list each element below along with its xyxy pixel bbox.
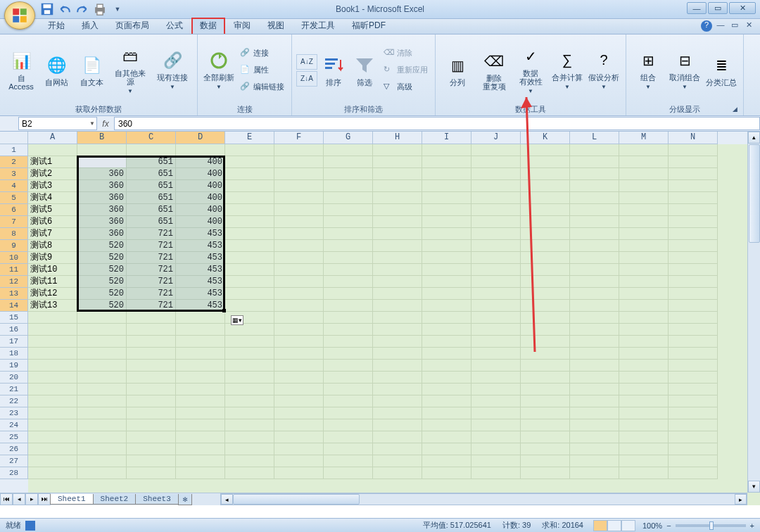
cell-L26[interactable] bbox=[570, 443, 619, 455]
cell-E25[interactable] bbox=[225, 431, 274, 443]
cell-M4[interactable] bbox=[619, 180, 669, 192]
cell-H14[interactable] bbox=[373, 300, 422, 312]
row-header-17[interactable]: 17 bbox=[0, 336, 28, 348]
cell-N24[interactable] bbox=[669, 419, 718, 431]
cell-M15[interactable] bbox=[619, 312, 669, 324]
cell-K6[interactable] bbox=[521, 204, 570, 216]
connections-button[interactable]: 🔗连接 bbox=[237, 46, 287, 61]
cell-B6[interactable]: 360 bbox=[77, 204, 127, 216]
cell-J5[interactable] bbox=[471, 192, 521, 204]
cell-M16[interactable] bbox=[619, 324, 669, 336]
cell-D26[interactable] bbox=[176, 443, 225, 455]
cell-K20[interactable] bbox=[521, 372, 570, 384]
scroll-down-button[interactable]: ▾ bbox=[748, 481, 760, 493]
help-icon[interactable]: ? bbox=[701, 20, 712, 32]
cell-A1[interactable] bbox=[28, 144, 77, 156]
cell-A28[interactable] bbox=[28, 467, 77, 479]
cell-M20[interactable] bbox=[619, 372, 669, 384]
cell-C27[interactable] bbox=[127, 455, 176, 467]
sort-asc-button[interactable]: A↓Z bbox=[296, 54, 317, 70]
cell-F20[interactable] bbox=[274, 372, 324, 384]
cell-B10[interactable]: 520 bbox=[77, 252, 127, 264]
cell-I8[interactable] bbox=[422, 228, 471, 240]
cell-K18[interactable] bbox=[521, 348, 570, 360]
cell-F18[interactable] bbox=[274, 348, 324, 360]
cell-M24[interactable] bbox=[619, 419, 669, 431]
cell-C7[interactable]: 651 bbox=[127, 216, 176, 228]
cell-H27[interactable] bbox=[373, 455, 422, 467]
cell-L10[interactable] bbox=[570, 252, 619, 264]
cell-C3[interactable]: 651 bbox=[127, 168, 176, 180]
cell-K12[interactable] bbox=[521, 276, 570, 288]
cell-I6[interactable] bbox=[422, 204, 471, 216]
data-tool-4[interactable]: ?假设分析▼ bbox=[586, 42, 621, 99]
cell-J26[interactable] bbox=[471, 443, 521, 455]
cell-A10[interactable]: 测试9 bbox=[28, 252, 77, 264]
cell-N22[interactable] bbox=[669, 395, 718, 407]
cell-A20[interactable] bbox=[28, 372, 77, 384]
cell-J1[interactable] bbox=[471, 144, 521, 156]
cell-E19[interactable] bbox=[225, 360, 274, 372]
cell-J23[interactable] bbox=[471, 407, 521, 419]
row-header-14[interactable]: 14 bbox=[0, 300, 28, 312]
cell-H24[interactable] bbox=[373, 419, 422, 431]
cell-J17[interactable] bbox=[471, 336, 521, 348]
row-header-3[interactable]: 3 bbox=[0, 168, 28, 180]
cell-C10[interactable]: 721 bbox=[127, 252, 176, 264]
cell-K17[interactable] bbox=[521, 336, 570, 348]
cell-I21[interactable] bbox=[422, 384, 471, 395]
cell-K16[interactable] bbox=[521, 324, 570, 336]
cell-G21[interactable] bbox=[324, 384, 373, 395]
cell-E12[interactable] bbox=[225, 276, 274, 288]
cell-M18[interactable] bbox=[619, 348, 669, 360]
cell-D24[interactable] bbox=[176, 419, 225, 431]
cell-F22[interactable] bbox=[274, 395, 324, 407]
cell-A3[interactable]: 测试2 bbox=[28, 168, 77, 180]
cell-B12[interactable]: 520 bbox=[77, 276, 127, 288]
cell-G27[interactable] bbox=[324, 455, 373, 467]
cell-M10[interactable] bbox=[619, 252, 669, 264]
cell-J25[interactable] bbox=[471, 431, 521, 443]
cell-E17[interactable] bbox=[225, 336, 274, 348]
cell-G11[interactable] bbox=[324, 264, 373, 276]
cell-H9[interactable] bbox=[373, 240, 422, 252]
cell-F17[interactable] bbox=[274, 336, 324, 348]
tab-视图[interactable]: 视图 bbox=[259, 18, 293, 34]
cell-K2[interactable] bbox=[521, 156, 570, 168]
cell-L24[interactable] bbox=[570, 419, 619, 431]
cell-E11[interactable] bbox=[225, 264, 274, 276]
expand-icon[interactable]: ◢ bbox=[733, 106, 737, 113]
cell-I7[interactable] bbox=[422, 216, 471, 228]
cell-J13[interactable] bbox=[471, 288, 521, 300]
cell-H6[interactable] bbox=[373, 204, 422, 216]
cell-M21[interactable] bbox=[619, 384, 669, 395]
row-header-24[interactable]: 24 bbox=[0, 419, 28, 431]
cell-B14[interactable]: 520 bbox=[77, 300, 127, 312]
cell-L1[interactable] bbox=[570, 144, 619, 156]
formula-input[interactable]: 360 bbox=[114, 117, 760, 130]
cell-N18[interactable] bbox=[669, 348, 718, 360]
chevron-down-icon[interactable]: ▼ bbox=[89, 120, 95, 127]
cell-H2[interactable] bbox=[373, 156, 422, 168]
cell-C18[interactable] bbox=[127, 348, 176, 360]
cell-L9[interactable] bbox=[570, 240, 619, 252]
cell-L11[interactable] bbox=[570, 264, 619, 276]
cell-J15[interactable] bbox=[471, 312, 521, 324]
cell-I16[interactable] bbox=[422, 324, 471, 336]
cell-L16[interactable] bbox=[570, 324, 619, 336]
cell-D9[interactable]: 453 bbox=[176, 240, 225, 252]
cell-J9[interactable] bbox=[471, 240, 521, 252]
cell-K13[interactable] bbox=[521, 288, 570, 300]
col-header-N[interactable]: N bbox=[669, 132, 718, 144]
row-header-2[interactable]: 2 bbox=[0, 156, 28, 168]
col-header-B[interactable]: B bbox=[77, 132, 127, 144]
cell-F27[interactable] bbox=[274, 455, 324, 467]
cell-F23[interactable] bbox=[274, 407, 324, 419]
cell-B17[interactable] bbox=[77, 336, 127, 348]
cell-A8[interactable]: 测试7 bbox=[28, 228, 77, 240]
undo-icon[interactable] bbox=[57, 1, 72, 17]
cell-M13[interactable] bbox=[619, 288, 669, 300]
cell-J27[interactable] bbox=[471, 455, 521, 467]
next-sheet-button[interactable]: ▸ bbox=[25, 493, 38, 505]
cell-K24[interactable] bbox=[521, 419, 570, 431]
